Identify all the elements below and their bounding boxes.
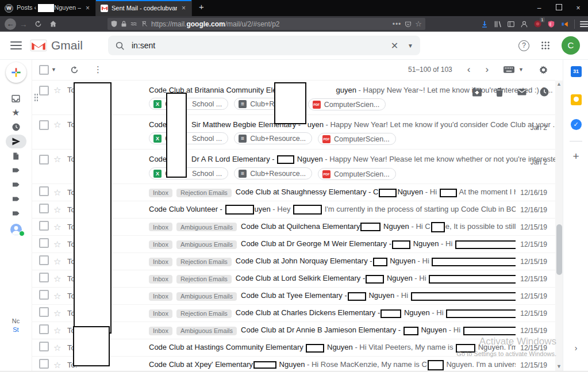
label-pill[interactable]: Inbox — [149, 223, 172, 231]
refresh-icon[interactable] — [70, 66, 79, 74]
attachment-chip[interactable]: XCSchool ... — [149, 98, 228, 110]
delete-icon[interactable] — [494, 87, 505, 97]
rail-item-label[interactable] — [6, 192, 26, 206]
attachment-chip[interactable]: ≡Club+Resource... — [234, 132, 312, 144]
rail-item-drafts[interactable] — [6, 149, 26, 163]
label-pill[interactable]: Rejection Emails — [176, 275, 232, 284]
menu-icon[interactable] — [580, 21, 588, 28]
new-tab-button[interactable]: + — [192, 0, 211, 16]
attachment-chip[interactable]: PDFComputerScien... — [308, 98, 386, 110]
star-icon[interactable]: ☆ — [53, 309, 63, 317]
star-icon[interactable]: ☆ — [53, 155, 63, 163]
rail-item-sent[interactable] — [6, 135, 26, 148]
attachment-chip[interactable]: XCSchool ... — [149, 167, 228, 179]
star-icon[interactable]: ☆ — [53, 292, 63, 300]
gmail-logo[interactable]: Gmail — [30, 39, 83, 52]
row-checkbox[interactable] — [39, 342, 49, 354]
extension-icon[interactable]: 1 — [533, 20, 542, 28]
search-icon[interactable] — [115, 41, 125, 51]
star-icon[interactable]: ☆ — [53, 188, 63, 197]
star-icon[interactable]: ☆ — [53, 86, 63, 94]
shield-icon[interactable] — [111, 20, 117, 28]
star-icon[interactable]: ☆ — [53, 240, 63, 248]
label-pill[interactable]: Rejection Emails — [176, 258, 232, 266]
mark-unread-icon[interactable] — [517, 87, 527, 97]
search-bar[interactable]: in:sent ✕ ▼ — [108, 36, 420, 55]
row-checkbox[interactable] — [39, 359, 49, 371]
scroll-up-icon[interactable]: ▲ — [556, 81, 562, 87]
star-icon[interactable]: ☆ — [53, 257, 63, 266]
label-pill[interactable]: Rejection Emails — [176, 189, 232, 197]
rail-item-label[interactable] — [6, 178, 26, 192]
account-icon[interactable] — [520, 20, 528, 28]
older-page-icon[interactable]: › — [485, 64, 489, 75]
home-button[interactable] — [45, 20, 60, 28]
url-bar[interactable]: https://mail.google.com/mail/u/2/#sent/p… — [107, 18, 425, 30]
rail-item-star[interactable]: ★ — [6, 106, 26, 120]
close-button[interactable]: × — [568, 4, 588, 12]
label-pill[interactable]: Inbox — [149, 275, 172, 284]
row-checkbox[interactable] — [39, 221, 49, 233]
select-dropdown-icon[interactable]: ▼ — [51, 67, 56, 72]
newer-page-icon[interactable]: ‹ — [467, 64, 471, 75]
star-icon[interactable]: ☆ — [53, 205, 63, 214]
compose-button[interactable] — [6, 62, 26, 83]
bookmark-star-icon[interactable]: ☆ — [415, 20, 422, 28]
label-pill[interactable]: Ambiguous Emails — [176, 327, 237, 335]
rail-item-label[interactable] — [6, 206, 26, 220]
forward-button[interactable]: → — [16, 20, 31, 29]
main-menu-icon[interactable] — [9, 39, 23, 52]
settings-gear-icon[interactable] — [539, 65, 548, 75]
search-input[interactable]: in:sent — [132, 41, 391, 50]
star-icon[interactable]: ☆ — [53, 326, 63, 335]
apps-grid-icon[interactable] — [541, 41, 550, 50]
collapse-panel-icon[interactable]: › — [575, 343, 578, 353]
star-icon[interactable]: ☆ — [53, 361, 63, 369]
protection-icon[interactable] — [547, 20, 555, 28]
star-icon[interactable]: ☆ — [53, 343, 63, 352]
tab-gmail-sent[interactable]: Sent Mail - codeclubvancouver × — [96, 0, 192, 16]
row-checkbox[interactable] — [39, 155, 49, 167]
more-options-icon[interactable]: ⋮ — [94, 64, 103, 75]
attachment-chip[interactable]: PDFComputerScien... — [318, 168, 396, 180]
sidebar-icon[interactable] — [507, 20, 515, 28]
row-checkbox[interactable] — [39, 290, 49, 302]
media-icon[interactable] — [560, 20, 569, 28]
rail-item-snoozed[interactable] — [6, 120, 26, 134]
star-icon[interactable]: ☆ — [53, 120, 63, 129]
row-checkbox[interactable] — [39, 307, 49, 319]
download-icon[interactable] — [481, 20, 489, 28]
scrollbar[interactable]: ▲ ▼ — [555, 81, 563, 371]
row-checkbox[interactable] — [39, 273, 49, 285]
row-checkbox[interactable] — [39, 186, 49, 198]
scroll-down-icon[interactable]: ▼ — [556, 363, 562, 370]
search-options-icon[interactable]: ▼ — [408, 43, 413, 49]
url-text[interactable]: https://mail.google.com/mail/u/2/#sent/p… — [151, 20, 389, 28]
permissions-icon[interactable] — [130, 21, 138, 26]
blocked-media-icon[interactable] — [141, 21, 148, 27]
account-avatar[interactable]: C — [562, 36, 580, 55]
label-pill[interactable]: Rejection Emails — [176, 309, 232, 318]
scrollbar-thumb[interactable] — [556, 224, 562, 275]
label-pill[interactable]: Inbox — [149, 240, 172, 249]
row-checkbox[interactable] — [39, 86, 49, 98]
archive-icon[interactable] — [472, 87, 482, 97]
chat-link[interactable]: St — [12, 326, 20, 334]
row-checkbox[interactable] — [39, 120, 49, 132]
star-icon[interactable]: ☆ — [53, 274, 63, 283]
help-icon[interactable]: ? — [518, 40, 529, 51]
get-addons-icon[interactable]: + — [572, 150, 579, 163]
label-pill[interactable]: Ambiguous Emails — [176, 240, 237, 249]
label-pill[interactable]: Inbox — [149, 189, 172, 197]
calendar-icon[interactable]: 31 — [571, 66, 582, 77]
row-checkbox[interactable] — [39, 204, 49, 216]
attachment-chip[interactable]: PDFComputerScien... — [318, 133, 396, 145]
snooze-icon[interactable] — [539, 87, 549, 97]
attachment-chip[interactable]: ≡Club+Resource... — [234, 167, 312, 179]
label-pill[interactable]: Ambiguous Emails — [176, 223, 237, 231]
maximize-button[interactable] — [549, 4, 568, 12]
row-checkbox[interactable] — [39, 238, 49, 250]
pocket-icon[interactable] — [405, 21, 412, 28]
tab-close-icon[interactable]: × — [84, 4, 91, 12]
more-icon[interactable]: ••• — [393, 20, 402, 28]
